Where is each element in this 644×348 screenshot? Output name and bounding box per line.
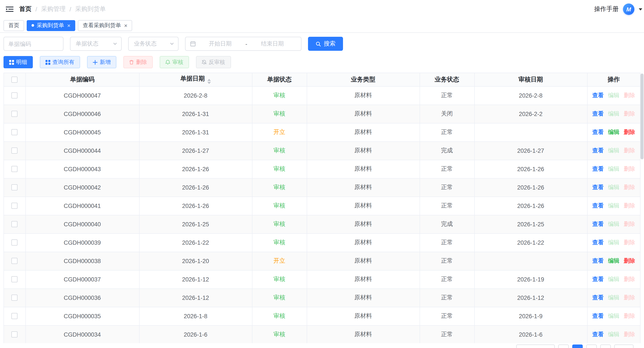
doc-status-cell: 开立 — [252, 252, 307, 270]
edit-link[interactable]: 编辑 — [608, 165, 620, 172]
next-page-button[interactable] — [600, 344, 611, 348]
prev-page-button[interactable] — [558, 344, 569, 348]
edit-link[interactable]: 编辑 — [608, 147, 620, 154]
view-link[interactable]: 查看 — [592, 147, 604, 154]
edit-link[interactable]: 编辑 — [608, 257, 620, 264]
detail-button[interactable]: 明细 — [4, 56, 33, 68]
edit-link[interactable]: 编辑 — [608, 110, 620, 117]
row-checkbox[interactable] — [12, 166, 18, 172]
vertical-scrollbar[interactable] — [640, 74, 644, 345]
delete-link[interactable]: 删除 — [624, 110, 635, 117]
query-all-button[interactable]: 查询所有 — [40, 56, 80, 68]
row-checkbox[interactable] — [12, 258, 18, 264]
delete-link[interactable]: 删除 — [624, 276, 635, 282]
delete-link[interactable]: 删除 — [624, 202, 635, 209]
edit-link[interactable]: 编辑 — [608, 331, 620, 337]
view-link[interactable]: 查看 — [592, 184, 604, 190]
breadcrumb-purchase-management[interactable]: 采购管理 — [41, 5, 66, 13]
date-range-picker[interactable]: 开始日期 - 结束日期 — [185, 37, 302, 51]
edit-link[interactable]: 编辑 — [608, 221, 620, 227]
row-checkbox[interactable] — [12, 295, 18, 301]
edit-link[interactable]: 编辑 — [608, 129, 620, 135]
page-button[interactable] — [586, 344, 597, 348]
doc-status-cell: 审核 — [252, 288, 307, 307]
view-link[interactable]: 查看 — [592, 129, 604, 135]
view-link[interactable]: 查看 — [592, 239, 604, 246]
row-checkbox[interactable] — [12, 239, 18, 246]
reverse-audit-button[interactable]: 反审核 — [196, 56, 231, 68]
edit-link[interactable]: 编辑 — [608, 239, 620, 246]
row-checkbox[interactable] — [12, 92, 18, 99]
view-link[interactable]: 查看 — [592, 294, 604, 301]
row-actions: 查看编辑删除 — [587, 307, 640, 325]
end-date-placeholder[interactable]: 结束日期 — [248, 40, 296, 48]
edit-link[interactable]: 编辑 — [608, 92, 620, 99]
active-dot — [32, 24, 34, 27]
column-doc-date[interactable]: 单据日期 — [139, 73, 252, 86]
doc-code-input[interactable] — [4, 37, 64, 51]
edit-link[interactable]: 编辑 — [608, 294, 620, 301]
row-checkbox[interactable] — [12, 129, 18, 135]
delete-link[interactable]: 删除 — [624, 129, 635, 135]
add-button[interactable]: 新增 — [87, 56, 116, 68]
view-link[interactable]: 查看 — [592, 92, 604, 99]
row-checkbox[interactable] — [12, 203, 18, 209]
row-checkbox[interactable] — [12, 221, 18, 227]
select-all-checkbox[interactable] — [12, 77, 18, 83]
delete-link[interactable]: 删除 — [624, 331, 635, 337]
tab-purchase-arrival[interactable]: 采购到货单 × — [27, 20, 75, 31]
row-checkbox[interactable] — [12, 313, 18, 319]
delete-button[interactable]: 删除 — [124, 56, 153, 68]
delete-link[interactable]: 删除 — [624, 92, 635, 99]
delete-link[interactable]: 删除 — [624, 221, 635, 227]
delete-link[interactable]: 删除 — [624, 312, 635, 319]
delete-link[interactable]: 删除 — [624, 147, 635, 154]
delete-link[interactable]: 删除 — [624, 294, 635, 301]
delete-link[interactable]: 删除 — [624, 239, 635, 246]
sort-caret-icon[interactable] — [208, 79, 211, 84]
view-link[interactable]: 查看 — [592, 331, 604, 337]
column-doc-status: 单据状态 — [252, 73, 307, 86]
button-label: 反审核 — [209, 59, 225, 66]
view-link[interactable]: 查看 — [592, 312, 604, 319]
row-checkbox[interactable] — [12, 184, 18, 190]
edit-link[interactable]: 编辑 — [608, 276, 620, 282]
close-icon[interactable]: × — [124, 23, 127, 28]
edit-link[interactable]: 编辑 — [608, 184, 620, 190]
start-date-placeholder[interactable]: 开始日期 — [196, 40, 244, 48]
button-label: 明细 — [16, 59, 27, 66]
page-jump-input[interactable] — [614, 344, 634, 348]
doc-status-cell: 审核 — [252, 307, 307, 325]
page-button-active[interactable] — [572, 344, 583, 348]
view-link[interactable]: 查看 — [592, 165, 604, 172]
delete-link[interactable]: 删除 — [624, 165, 635, 172]
view-link[interactable]: 查看 — [592, 257, 604, 264]
operation-manual-link[interactable]: 操作手册 — [594, 5, 618, 13]
sidebar-collapse-icon[interactable] — [4, 4, 15, 15]
tab-home[interactable]: 首页 — [4, 20, 24, 31]
delete-link[interactable]: 删除 — [624, 257, 635, 264]
view-link[interactable]: 查看 — [592, 221, 604, 227]
chevron-down-icon[interactable] — [639, 8, 642, 10]
avatar[interactable]: M — [623, 4, 634, 15]
edit-link[interactable]: 编辑 — [608, 202, 620, 209]
tab-view-purchase-arrival[interactable]: 查看采购到货单 × — [78, 20, 132, 31]
row-checkbox[interactable] — [12, 148, 18, 154]
doc-status-select[interactable]: 单据状态 — [70, 37, 122, 51]
row-checkbox[interactable] — [12, 331, 18, 337]
edit-link[interactable]: 编辑 — [608, 312, 620, 319]
rows-per-page-select[interactable] — [516, 344, 555, 348]
row-checkbox[interactable] — [12, 276, 18, 282]
breadcrumb-purchase-arrival[interactable]: 采购到货单 — [75, 5, 106, 13]
delete-link[interactable]: 删除 — [624, 184, 635, 190]
view-link[interactable]: 查看 — [592, 276, 604, 282]
view-link[interactable]: 查看 — [592, 110, 604, 117]
biz-status-select[interactable]: 业务状态 — [128, 37, 178, 51]
breadcrumb-home[interactable]: 首页 — [19, 5, 32, 13]
close-icon[interactable]: × — [67, 23, 70, 28]
audit-button[interactable]: 审核 — [160, 56, 189, 68]
row-checkbox[interactable] — [12, 111, 18, 117]
view-link[interactable]: 查看 — [592, 202, 604, 209]
search-button[interactable]: 搜索 — [308, 37, 343, 51]
scrollbar-thumb[interactable] — [640, 74, 644, 159]
